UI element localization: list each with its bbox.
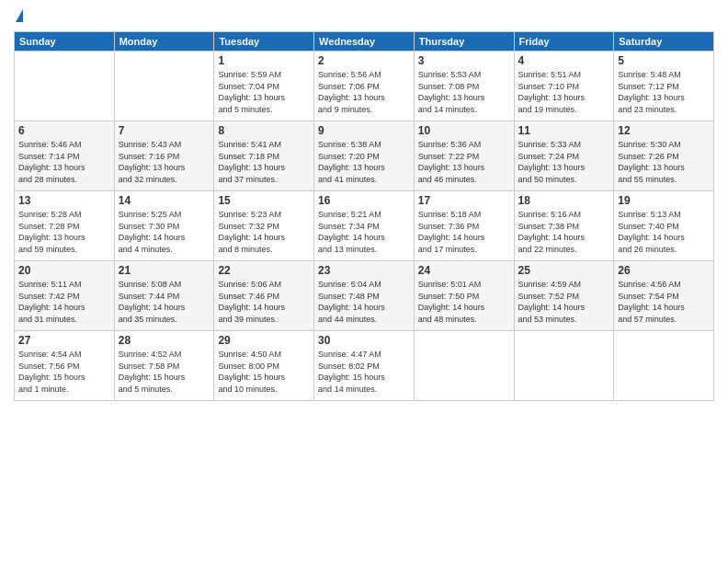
calendar-cell: 27Sunrise: 4:54 AM Sunset: 7:56 PM Dayli… — [15, 331, 115, 401]
day-number: 20 — [18, 264, 110, 277]
day-number: 23 — [318, 264, 410, 277]
day-info: Sunrise: 5:04 AM Sunset: 7:48 PM Dayligh… — [318, 279, 410, 325]
calendar-cell: 30Sunrise: 4:47 AM Sunset: 8:02 PM Dayli… — [314, 331, 415, 401]
day-number: 3 — [418, 54, 510, 67]
day-number: 5 — [618, 54, 710, 67]
logo — [14, 9, 23, 24]
day-info: Sunrise: 5:38 AM Sunset: 7:20 PM Dayligh… — [318, 139, 410, 185]
day-number: 14 — [119, 194, 210, 207]
day-info: Sunrise: 5:13 AM Sunset: 7:40 PM Dayligh… — [618, 209, 710, 255]
calendar-cell: 22Sunrise: 5:06 AM Sunset: 7:46 PM Dayli… — [214, 261, 314, 331]
day-info: Sunrise: 5:23 AM Sunset: 7:32 PM Dayligh… — [218, 209, 310, 255]
calendar-cell: 4Sunrise: 5:51 AM Sunset: 7:10 PM Daylig… — [514, 52, 614, 121]
day-info: Sunrise: 5:11 AM Sunset: 7:42 PM Dayligh… — [18, 279, 110, 325]
calendar-week-1: 6Sunrise: 5:46 AM Sunset: 7:14 PM Daylig… — [15, 121, 714, 191]
calendar-cell: 14Sunrise: 5:25 AM Sunset: 7:30 PM Dayli… — [114, 191, 214, 261]
day-number: 17 — [418, 194, 510, 207]
day-info: Sunrise: 5:53 AM Sunset: 7:08 PM Dayligh… — [418, 69, 510, 115]
day-number: 7 — [119, 124, 210, 137]
day-number: 16 — [318, 194, 410, 207]
calendar-cell: 1Sunrise: 5:59 AM Sunset: 7:04 PM Daylig… — [214, 52, 314, 121]
calendar-week-4: 27Sunrise: 4:54 AM Sunset: 7:56 PM Dayli… — [15, 331, 714, 401]
day-number: 26 — [618, 264, 710, 277]
day-number: 29 — [218, 334, 310, 347]
calendar-cell — [414, 331, 514, 401]
logo-triangle-icon — [16, 9, 23, 22]
day-info: Sunrise: 5:56 AM Sunset: 7:06 PM Dayligh… — [318, 69, 410, 115]
day-number: 30 — [318, 334, 410, 347]
calendar-cell — [514, 331, 614, 401]
day-number: 24 — [418, 264, 510, 277]
col-header-tuesday: Tuesday — [214, 32, 314, 52]
calendar-cell: 5Sunrise: 5:48 AM Sunset: 7:12 PM Daylig… — [614, 52, 714, 121]
day-info: Sunrise: 4:50 AM Sunset: 8:00 PM Dayligh… — [218, 349, 310, 395]
calendar-cell: 12Sunrise: 5:30 AM Sunset: 7:26 PM Dayli… — [614, 121, 714, 191]
day-info: Sunrise: 5:33 AM Sunset: 7:24 PM Dayligh… — [518, 139, 610, 185]
day-info: Sunrise: 5:08 AM Sunset: 7:44 PM Dayligh… — [119, 279, 210, 325]
day-info: Sunrise: 4:52 AM Sunset: 7:58 PM Dayligh… — [119, 349, 210, 395]
day-info: Sunrise: 4:59 AM Sunset: 7:52 PM Dayligh… — [518, 279, 610, 325]
calendar-cell: 8Sunrise: 5:41 AM Sunset: 7:18 PM Daylig… — [214, 121, 314, 191]
day-info: Sunrise: 5:16 AM Sunset: 7:38 PM Dayligh… — [518, 209, 610, 255]
calendar-cell: 16Sunrise: 5:21 AM Sunset: 7:34 PM Dayli… — [314, 191, 415, 261]
day-number: 22 — [218, 264, 310, 277]
day-info: Sunrise: 5:06 AM Sunset: 7:46 PM Dayligh… — [218, 279, 310, 325]
page: SundayMondayTuesdayWednesdayThursdayFrid… — [0, 0, 728, 563]
day-info: Sunrise: 4:56 AM Sunset: 7:54 PM Dayligh… — [618, 279, 710, 325]
calendar-cell: 2Sunrise: 5:56 AM Sunset: 7:06 PM Daylig… — [314, 52, 415, 121]
day-number: 28 — [119, 334, 210, 347]
col-header-sunday: Sunday — [15, 32, 115, 52]
calendar-cell: 21Sunrise: 5:08 AM Sunset: 7:44 PM Dayli… — [114, 261, 214, 331]
calendar-cell: 13Sunrise: 5:28 AM Sunset: 7:28 PM Dayli… — [15, 191, 115, 261]
col-header-thursday: Thursday — [414, 32, 514, 52]
day-info: Sunrise: 5:25 AM Sunset: 7:30 PM Dayligh… — [119, 209, 210, 255]
day-info: Sunrise: 5:21 AM Sunset: 7:34 PM Dayligh… — [318, 209, 410, 255]
calendar-week-3: 20Sunrise: 5:11 AM Sunset: 7:42 PM Dayli… — [15, 261, 714, 331]
day-number: 11 — [518, 124, 610, 137]
calendar-cell: 9Sunrise: 5:38 AM Sunset: 7:20 PM Daylig… — [314, 121, 415, 191]
calendar-cell: 11Sunrise: 5:33 AM Sunset: 7:24 PM Dayli… — [514, 121, 614, 191]
day-number: 6 — [18, 124, 110, 137]
calendar-table: SundayMondayTuesdayWednesdayThursdayFrid… — [14, 31, 714, 401]
col-header-monday: Monday — [114, 32, 214, 52]
calendar-cell: 24Sunrise: 5:01 AM Sunset: 7:50 PM Dayli… — [414, 261, 514, 331]
calendar-week-0: 1Sunrise: 5:59 AM Sunset: 7:04 PM Daylig… — [15, 52, 714, 121]
col-header-saturday: Saturday — [614, 32, 714, 52]
day-number: 21 — [119, 264, 210, 277]
calendar-cell: 7Sunrise: 5:43 AM Sunset: 7:16 PM Daylig… — [114, 121, 214, 191]
calendar-cell: 23Sunrise: 5:04 AM Sunset: 7:48 PM Dayli… — [314, 261, 415, 331]
day-info: Sunrise: 5:48 AM Sunset: 7:12 PM Dayligh… — [618, 69, 710, 115]
calendar-cell: 10Sunrise: 5:36 AM Sunset: 7:22 PM Dayli… — [414, 121, 514, 191]
calendar-cell: 15Sunrise: 5:23 AM Sunset: 7:32 PM Dayli… — [214, 191, 314, 261]
day-info: Sunrise: 5:28 AM Sunset: 7:28 PM Dayligh… — [18, 209, 110, 255]
day-info: Sunrise: 5:43 AM Sunset: 7:16 PM Dayligh… — [119, 139, 210, 185]
calendar-cell: 25Sunrise: 4:59 AM Sunset: 7:52 PM Dayli… — [514, 261, 614, 331]
day-number: 8 — [218, 124, 310, 137]
day-info: Sunrise: 4:54 AM Sunset: 7:56 PM Dayligh… — [18, 349, 110, 395]
day-info: Sunrise: 5:30 AM Sunset: 7:26 PM Dayligh… — [618, 139, 710, 185]
day-info: Sunrise: 5:18 AM Sunset: 7:36 PM Dayligh… — [418, 209, 510, 255]
day-info: Sunrise: 5:51 AM Sunset: 7:10 PM Dayligh… — [518, 69, 610, 115]
calendar-cell — [614, 331, 714, 401]
day-number: 10 — [418, 124, 510, 137]
calendar-cell: 20Sunrise: 5:11 AM Sunset: 7:42 PM Dayli… — [15, 261, 115, 331]
calendar-cell: 19Sunrise: 5:13 AM Sunset: 7:40 PM Dayli… — [614, 191, 714, 261]
day-info: Sunrise: 5:01 AM Sunset: 7:50 PM Dayligh… — [418, 279, 510, 325]
calendar-cell: 18Sunrise: 5:16 AM Sunset: 7:38 PM Dayli… — [514, 191, 614, 261]
day-info: Sunrise: 5:36 AM Sunset: 7:22 PM Dayligh… — [418, 139, 510, 185]
day-info: Sunrise: 5:41 AM Sunset: 7:18 PM Dayligh… — [218, 139, 310, 185]
day-number: 4 — [518, 54, 610, 67]
day-number: 19 — [618, 194, 710, 207]
day-number: 1 — [218, 54, 310, 67]
day-number: 12 — [618, 124, 710, 137]
day-number: 9 — [318, 124, 410, 137]
day-number: 27 — [18, 334, 110, 347]
day-info: Sunrise: 4:47 AM Sunset: 8:02 PM Dayligh… — [318, 349, 410, 395]
col-header-wednesday: Wednesday — [314, 32, 415, 52]
calendar-week-2: 13Sunrise: 5:28 AM Sunset: 7:28 PM Dayli… — [15, 191, 714, 261]
day-number: 13 — [18, 194, 110, 207]
col-header-friday: Friday — [514, 32, 614, 52]
calendar-cell: 28Sunrise: 4:52 AM Sunset: 7:58 PM Dayli… — [114, 331, 214, 401]
calendar-cell — [114, 52, 214, 121]
calendar-cell: 29Sunrise: 4:50 AM Sunset: 8:00 PM Dayli… — [214, 331, 314, 401]
